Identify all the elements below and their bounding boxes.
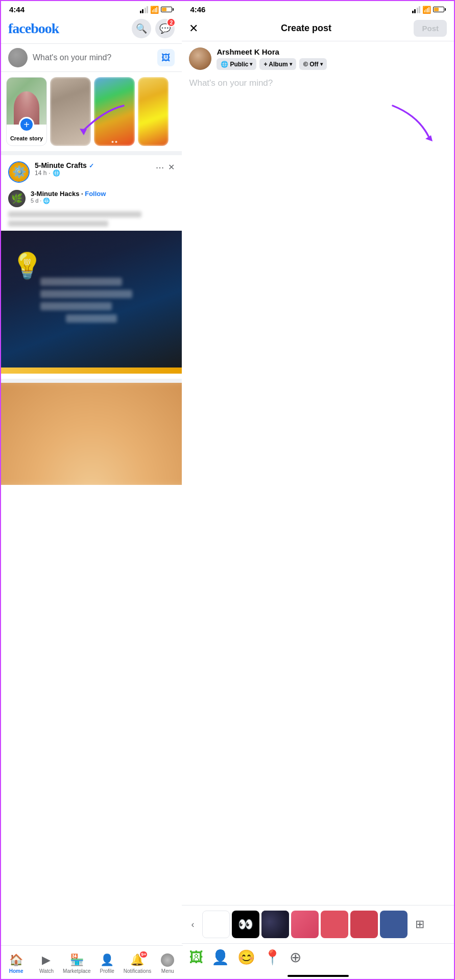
sub-meta: 3-Minute Hacks · Follow 5 d · 🌐 — [31, 190, 175, 204]
album-selector[interactable]: + Album ▾ — [259, 58, 296, 70]
album-dropdown-icon: ▾ — [290, 61, 292, 67]
blurred-text-overlay — [40, 278, 142, 327]
album-label: + Album — [264, 61, 288, 68]
post-avatar: ⚙️ — [8, 161, 30, 183]
time-left: 4:44 — [9, 5, 25, 14]
nav-profile[interactable]: 👤 Profile — [92, 953, 122, 974]
create-story-card[interactable]: + Create story — [6, 77, 47, 146]
create-post-header: ✕ Create post Post — [182, 16, 454, 41]
color-swatch-blue[interactable] — [380, 911, 408, 938]
messenger-badge: 2 — [166, 18, 176, 27]
nav-profile-label: Profile — [100, 968, 114, 974]
wifi-icon: 📶 — [150, 6, 159, 14]
globe-icon-cp: 🌐 — [221, 61, 228, 68]
story-card-2[interactable] — [50, 77, 91, 146]
facebook-logo: facebook — [8, 20, 59, 37]
nav-marketplace-label: Marketplace — [63, 968, 90, 974]
user-avatar-left — [8, 48, 28, 67]
nav-home-label: Home — [9, 968, 23, 974]
signal-icon-right — [412, 6, 421, 13]
notification-badge: 9+ — [139, 950, 148, 959]
mind-input[interactable]: What's on your mind? — [33, 53, 152, 62]
header-icons: 🔍 💬 2 — [132, 19, 175, 38]
post-placeholder: What's on your mind? — [189, 78, 273, 88]
cp-options: 🌐 Public ▾ + Album ▾ © Off ▾ — [217, 58, 447, 70]
nav-home[interactable]: 🏠 Home — [1, 953, 31, 974]
story-plus-icon: + — [19, 117, 34, 132]
post-button[interactable]: Post — [414, 20, 447, 37]
post-author: 5-Minute Crafts ✓ — [35, 161, 151, 169]
nav-notifications-label: Notifications — [124, 968, 151, 974]
nav-watch[interactable]: ▶ Watch — [31, 953, 61, 974]
follow-button[interactable]: Follow — [85, 190, 106, 198]
color-swatch-red2[interactable] — [350, 911, 378, 938]
time-right: 4:46 — [190, 5, 205, 14]
color-nav-prev[interactable]: ‹ — [185, 917, 200, 932]
photo-icon-button[interactable]: 🖼 — [157, 49, 175, 66]
stories-section: + Create story — [1, 72, 182, 155]
color-backgrounds-row: ‹ 👀 ⊞ — [182, 905, 454, 943]
color-swatch-eyes[interactable]: 👀 — [232, 911, 259, 938]
color-swatch-red1[interactable] — [321, 911, 348, 938]
whats-on-mind-bar[interactable]: What's on your mind? 🖼 — [1, 43, 182, 72]
dismiss-post-button[interactable]: ✕ — [168, 162, 175, 172]
wifi-icon-right: 📶 — [422, 6, 431, 14]
eyes-emoji: 👀 — [238, 917, 253, 932]
bottom-person-area — [1, 383, 182, 485]
story-card-3[interactable] — [94, 77, 135, 146]
photo-video-button[interactable]: 🖼 — [189, 949, 203, 966]
status-bar-left: 4:44 📶 — [1, 1, 182, 16]
facebook-header: facebook 🔍 💬 2 — [1, 16, 182, 43]
cp-user-info: Arshmeet K Hora 🌐 Public ▾ + Album ▾ © O… — [217, 47, 447, 70]
status-bar-right: 4:46 📶 — [182, 1, 454, 16]
more-button[interactable]: ··· — [156, 161, 164, 173]
create-story-label: Create story — [8, 135, 45, 141]
collab-selector[interactable]: © Off ▾ — [299, 58, 327, 70]
nav-watch-label: Watch — [39, 968, 54, 974]
collab-icon: © — [303, 60, 308, 68]
create-post-toolbar: 🖼 👤 😊 📍 ⊕ — [182, 943, 454, 971]
post-meta: 5-Minute Crafts ✓ 14 h · 🌐 — [35, 161, 151, 177]
more-options-button[interactable]: ⊕ — [290, 949, 301, 966]
create-post-title: Create post — [204, 23, 408, 34]
checkin-button[interactable]: 📍 — [264, 949, 281, 966]
post-header: ⚙️ 5-Minute Crafts ✓ 14 h · 🌐 ··· ✕ — [1, 155, 182, 186]
messenger-button[interactable]: 💬 2 — [155, 19, 175, 38]
lightbulb-icon: 💡 — [11, 251, 43, 281]
post-text-area[interactable]: What's on your mind? — [182, 76, 454, 493]
right-panel: 4:46 📶 ✕ Create post Post — [182, 1, 454, 980]
collab-label: Off — [309, 61, 318, 68]
home-indicator-right — [182, 971, 454, 980]
color-swatch-pink[interactable] — [291, 911, 319, 938]
create-post-user: Arshmeet K Hora 🌐 Public ▾ + Album ▾ © O… — [182, 41, 454, 76]
feeling-button[interactable]: 😊 — [237, 949, 255, 966]
sub-author: 3-Minute Hacks · Follow — [31, 190, 175, 198]
sub-time: 5 d · 🌐 — [31, 198, 175, 204]
signal-icon — [140, 6, 149, 13]
post-actions: ··· ✕ — [156, 161, 175, 173]
story-card-4[interactable] — [138, 77, 169, 146]
cp-username: Arshmeet K Hora — [217, 47, 447, 56]
profile-icon: 👤 — [100, 953, 114, 967]
color-swatch-white[interactable] — [202, 911, 230, 938]
audience-selector[interactable]: 🌐 Public ▾ — [217, 58, 256, 70]
nav-menu-label: Menu — [161, 968, 174, 974]
nav-notifications[interactable]: 🔔 9+ Notifications — [122, 953, 152, 974]
status-icons-left: 📶 — [140, 6, 174, 14]
tag-people-button[interactable]: 👤 — [211, 949, 229, 966]
battery-icon-right — [433, 7, 446, 12]
sub-privacy-icon: 🌐 — [43, 198, 50, 204]
crafts-icon: ⚙️ — [12, 165, 26, 179]
close-create-post-button[interactable]: ✕ — [189, 22, 198, 35]
sub-avatar: 🌿 — [8, 190, 26, 207]
notification-bell: 🔔 9+ — [130, 953, 144, 967]
nav-marketplace[interactable]: 🏪 Marketplace — [62, 953, 92, 974]
nav-menu[interactable]: Menu — [153, 953, 183, 974]
search-button[interactable]: 🔍 — [132, 19, 151, 38]
verified-badge: ✓ — [89, 162, 94, 169]
color-grid-button[interactable]: ⊞ — [410, 911, 430, 938]
blurred-person — [1, 383, 182, 485]
color-swatch-dark[interactable] — [261, 911, 289, 938]
yellow-bar — [1, 368, 182, 374]
post-time: 14 h · 🌐 — [35, 169, 151, 177]
